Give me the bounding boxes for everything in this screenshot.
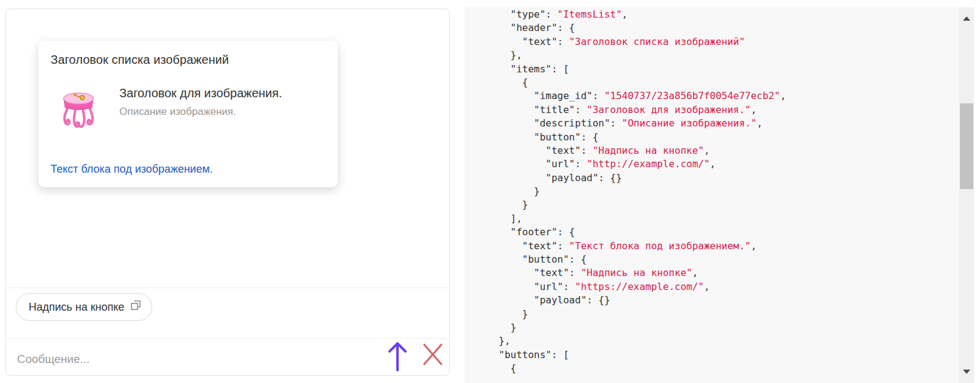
message-input[interactable] — [16, 347, 365, 371]
code-token: "text" — [545, 145, 581, 156]
code-token: : [ — [551, 349, 569, 361]
code-line: "buttons": [ — [487, 348, 956, 362]
code-token: } — [522, 199, 528, 210]
code-line: "description": "Описание изображения.", — [487, 117, 956, 130]
item-image — [61, 86, 96, 129]
code-token: : { — [569, 254, 587, 265]
code-token: : {} — [587, 294, 611, 306]
code-token: }, — [511, 49, 522, 61]
code-token: : — [569, 267, 581, 278]
code-string-token: "Описание изображения." — [622, 117, 757, 129]
code-line: "text": "Надпись на кнопке", — [487, 144, 956, 157]
code-token: : { — [558, 226, 575, 238]
code-line: "button": { — [487, 253, 956, 266]
code-line: "header": { — [487, 21, 956, 35]
suggest-button[interactable]: Надпись на кнопке — [16, 293, 152, 321]
code-token: } — [511, 322, 517, 333]
code-token: : — [575, 158, 587, 170]
copy-icon — [130, 299, 142, 311]
code-string-token: "Надпись на кнопке" — [581, 267, 692, 278]
code-line: "button": { — [487, 131, 956, 144]
code-token: : — [575, 104, 587, 116]
close-x-icon[interactable] — [421, 342, 445, 367]
code-string-token: "http://example.com/" — [587, 158, 710, 170]
code-line: } — [487, 308, 956, 321]
code-token: : [ — [551, 63, 569, 75]
code-string-token: "Заголовок списка изображений" — [569, 36, 745, 47]
item-texts: Заголовок для изображения. Описание изоб… — [119, 86, 282, 129]
code-token: , — [704, 145, 710, 156]
code-token: "url" — [545, 158, 575, 170]
item-title: Заголовок для изображения. — [119, 86, 282, 100]
code-token: : — [610, 117, 621, 129]
code-token: , — [751, 240, 757, 252]
code-line: "url": "https://example.com/", — [487, 280, 956, 294]
code-line: "image_id": "1540737/23a856b7f0054e77ecb… — [487, 89, 956, 103]
code-token: "button" — [534, 131, 581, 143]
code-line: "footer": { — [487, 226, 956, 239]
code-token: , — [780, 90, 786, 102]
code-token: : — [592, 90, 604, 102]
code-line: }, — [487, 334, 956, 348]
code-line: "payload": {} — [487, 171, 956, 185]
code-token: : — [558, 240, 569, 252]
card-header-text: Заголовок списка изображений — [51, 53, 326, 67]
code-lines: "type": "ItemsList","header": {"text": "… — [487, 8, 956, 376]
code-line: { — [487, 76, 956, 89]
code-token: : { — [558, 22, 575, 33]
code-token: "url" — [534, 281, 563, 292]
code-token: "title" — [534, 104, 575, 116]
json-response-panel: "type": "ItemsList","header": {"text": "… — [464, 7, 974, 383]
items-list-card: Заголовок списка изображений — [38, 41, 338, 187]
code-token: : — [545, 9, 557, 20]
code-token: : — [563, 281, 575, 292]
code-token: }, — [499, 335, 510, 347]
code-string-token: "ItemsList" — [558, 9, 622, 20]
code-token: , — [704, 281, 710, 292]
code-string-token: "1540737/23a856b7f0054e77ecb2" — [604, 90, 780, 102]
code-token: "buttons" — [499, 349, 551, 361]
code-line: "url": "http://example.com/", — [487, 157, 956, 171]
code-token: "description" — [534, 117, 610, 129]
card-footer-link[interactable]: Текст блока под изображением. — [51, 163, 213, 176]
code-token: } — [534, 185, 540, 197]
code-token: "image_id" — [534, 90, 592, 102]
code-token: : — [581, 145, 592, 156]
scroll-down-icon[interactable] — [963, 370, 970, 374]
code-line: } — [487, 185, 956, 198]
code-token: , — [622, 9, 628, 20]
code-line: "items": [ — [487, 63, 956, 76]
code-line: "text": "Заголовок списка изображений" — [487, 35, 956, 49]
code-token: : { — [581, 131, 598, 143]
code-line: "text": "Текст блока под изображением.", — [487, 240, 956, 253]
code-token: , — [751, 104, 757, 116]
code-string-token: "Текст блока под изображением." — [569, 240, 751, 252]
code-line: } — [487, 198, 956, 212]
send-arrow-icon[interactable] — [386, 340, 409, 371]
card-item: Заголовок для изображения. Описание изоб… — [51, 86, 326, 129]
suggest-divider — [6, 288, 449, 288]
code-token: { — [511, 362, 517, 374]
code-token: , — [692, 267, 698, 278]
code-token: "footer" — [511, 226, 558, 238]
code-line: } — [487, 321, 956, 334]
input-divider — [6, 338, 449, 339]
scrollbar[interactable] — [959, 7, 974, 383]
suggest-button-label: Надпись на кнопке — [29, 301, 124, 314]
code-token: : — [558, 36, 569, 47]
code-line: "type": "ItemsList", — [487, 8, 956, 21]
code-token: } — [522, 308, 528, 320]
code-token: "payload" — [545, 172, 598, 184]
code-token: "button" — [522, 254, 569, 265]
scroll-up-icon[interactable] — [963, 16, 970, 21]
code-token: "text" — [522, 36, 558, 47]
code-token: , — [710, 158, 716, 170]
code-token: ], — [511, 213, 522, 224]
code-line: { — [487, 362, 956, 375]
code-token: , — [757, 117, 763, 129]
code-line: "text": "Надпись на кнопке", — [487, 266, 956, 280]
scroll-thumb[interactable] — [960, 103, 973, 189]
code-token: "text" — [522, 240, 558, 252]
code-token: : {} — [598, 172, 622, 184]
code-token: "text" — [534, 267, 569, 278]
